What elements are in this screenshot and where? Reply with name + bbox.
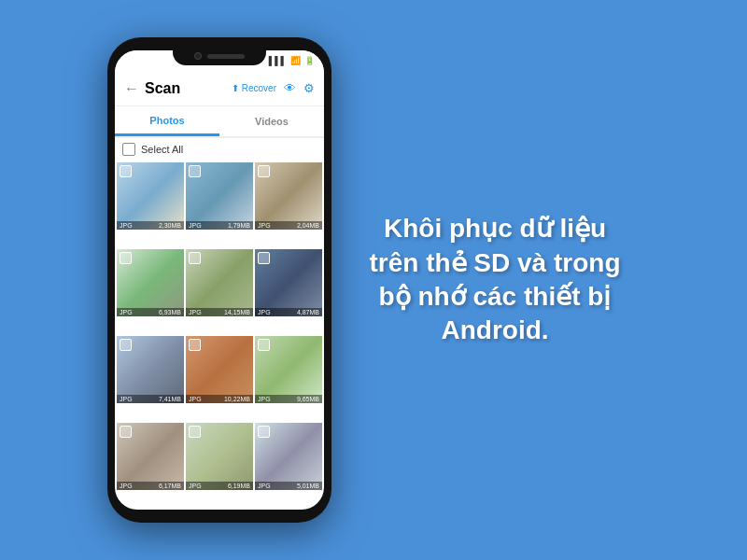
photo-checkbox[interactable] bbox=[120, 252, 132, 264]
photo-checkbox[interactable] bbox=[120, 426, 132, 438]
photo-type: JPG bbox=[189, 309, 202, 315]
photo-type: JPG bbox=[120, 483, 133, 489]
select-all-label: Select All bbox=[141, 144, 183, 155]
phone-speaker bbox=[207, 54, 245, 59]
tab-videos[interactable]: Videos bbox=[219, 106, 324, 136]
photo-info: JPG2,04MB bbox=[255, 221, 322, 230]
header-icons: ⬆ Recover 👁 ⚙ bbox=[232, 81, 315, 95]
photo-checkbox[interactable] bbox=[120, 339, 132, 351]
photo-type: JPG bbox=[258, 222, 271, 229]
photo-size: 6,93MB bbox=[159, 309, 181, 315]
photo-checkbox[interactable] bbox=[189, 339, 201, 351]
photo-info: JPG7,41MB bbox=[117, 395, 184, 403]
photo-info: JPG10,22MB bbox=[186, 395, 253, 403]
settings-button[interactable]: ⚙ bbox=[303, 81, 315, 95]
photo-info: JPG2,30MB bbox=[117, 221, 184, 230]
battery-icon: 🔋 bbox=[304, 56, 315, 65]
photo-size: 9,65MB bbox=[297, 396, 319, 402]
select-all-checkbox[interactable] bbox=[122, 143, 135, 156]
photo-size: 1,79MB bbox=[228, 222, 250, 229]
photo-item[interactable]: JPG9,65MB bbox=[255, 336, 322, 403]
signal-icon: ▌▌▌ bbox=[269, 56, 287, 65]
phone-screen: ▌▌▌ 📶 🔋 ← Scan ⬆ Recover 👁 ⚙ Photos Vide… bbox=[115, 50, 324, 510]
photo-checkbox[interactable] bbox=[189, 165, 201, 177]
back-button[interactable]: ← bbox=[124, 80, 139, 97]
photo-checkbox[interactable] bbox=[258, 252, 270, 264]
photo-type: JPG bbox=[120, 396, 133, 402]
photo-info: JPG6,19MB bbox=[186, 482, 253, 490]
photo-item[interactable]: JPG6,93MB bbox=[117, 249, 184, 316]
photo-size: 2,04MB bbox=[297, 222, 319, 229]
photo-checkbox[interactable] bbox=[189, 426, 201, 438]
photo-item[interactable]: JPG7,41MB bbox=[117, 336, 184, 403]
photo-item[interactable]: JPG4,87MB bbox=[255, 249, 322, 316]
photo-type: JPG bbox=[120, 309, 133, 315]
photo-type: JPG bbox=[189, 396, 202, 402]
eye-button[interactable]: 👁 bbox=[284, 81, 296, 95]
photo-type: JPG bbox=[258, 483, 271, 489]
photo-item[interactable]: JPG2,04MB bbox=[255, 162, 322, 230]
photo-item[interactable]: JPG6,19MB bbox=[186, 423, 253, 490]
phone-camera bbox=[194, 52, 202, 60]
photo-info: JPG1,79MB bbox=[186, 221, 253, 230]
photo-checkbox[interactable] bbox=[120, 165, 132, 177]
photo-item[interactable]: JPG1,79MB bbox=[186, 162, 253, 230]
photo-info: JPG4,87MB bbox=[255, 308, 322, 316]
photo-type: JPG bbox=[120, 222, 133, 229]
photo-checkbox[interactable] bbox=[258, 165, 270, 177]
photo-size: 7,41MB bbox=[159, 396, 181, 402]
photo-size: 10,22MB bbox=[224, 396, 250, 402]
photo-checkbox[interactable] bbox=[258, 339, 270, 351]
promo-text: Khôi phục dữ liệu trên thẻ SD và trong b… bbox=[369, 212, 621, 348]
photo-info: JPG5,01MB bbox=[255, 482, 322, 490]
tab-photos[interactable]: Photos bbox=[115, 106, 219, 136]
photo-item[interactable]: JPG14,15MB bbox=[186, 249, 253, 316]
scene: ▌▌▌ 📶 🔋 ← Scan ⬆ Recover 👁 ⚙ Photos Vide… bbox=[0, 0, 747, 560]
photo-item[interactable]: JPG10,22MB bbox=[186, 336, 253, 403]
photo-checkbox[interactable] bbox=[189, 252, 201, 264]
app-title: Scan bbox=[145, 80, 226, 97]
tabs-bar: Photos Videos bbox=[115, 106, 324, 138]
photo-size: 6,19MB bbox=[228, 483, 250, 489]
promo-panel: Khôi phục dữ liệu trên thẻ SD và trong b… bbox=[350, 193, 640, 367]
wifi-icon: 📶 bbox=[290, 56, 301, 65]
photo-item[interactable]: JPG2,30MB bbox=[117, 162, 184, 230]
photo-size: 2,30MB bbox=[159, 222, 181, 229]
select-all-row: Select All bbox=[115, 138, 324, 161]
phone-top-bar bbox=[173, 47, 266, 65]
photo-info: JPG6,93MB bbox=[117, 308, 184, 316]
phone-mockup: ▌▌▌ 📶 🔋 ← Scan ⬆ Recover 👁 ⚙ Photos Vide… bbox=[107, 37, 331, 523]
photo-size: 14,15MB bbox=[224, 309, 250, 315]
photo-type: JPG bbox=[189, 222, 202, 229]
photo-grid: JPG2,30MBJPG1,79MBJPG2,04MBJPG6,93MBJPG1… bbox=[115, 161, 324, 510]
photo-type: JPG bbox=[258, 396, 271, 402]
photo-size: 6,17MB bbox=[159, 483, 181, 489]
photo-size: 5,01MB bbox=[297, 483, 319, 489]
photo-info: JPG14,15MB bbox=[186, 308, 253, 316]
app-header: ← Scan ⬆ Recover 👁 ⚙ bbox=[115, 71, 324, 106]
photo-item[interactable]: JPG6,17MB bbox=[117, 423, 184, 490]
photo-size: 4,87MB bbox=[297, 309, 319, 315]
photo-type: JPG bbox=[258, 309, 271, 315]
photo-info: JPG6,17MB bbox=[117, 482, 184, 490]
photo-item[interactable]: JPG5,01MB bbox=[255, 423, 322, 490]
recover-button[interactable]: ⬆ Recover bbox=[232, 83, 276, 93]
photo-info: JPG9,65MB bbox=[255, 395, 322, 403]
photo-type: JPG bbox=[189, 483, 202, 489]
photo-checkbox[interactable] bbox=[258, 426, 270, 438]
